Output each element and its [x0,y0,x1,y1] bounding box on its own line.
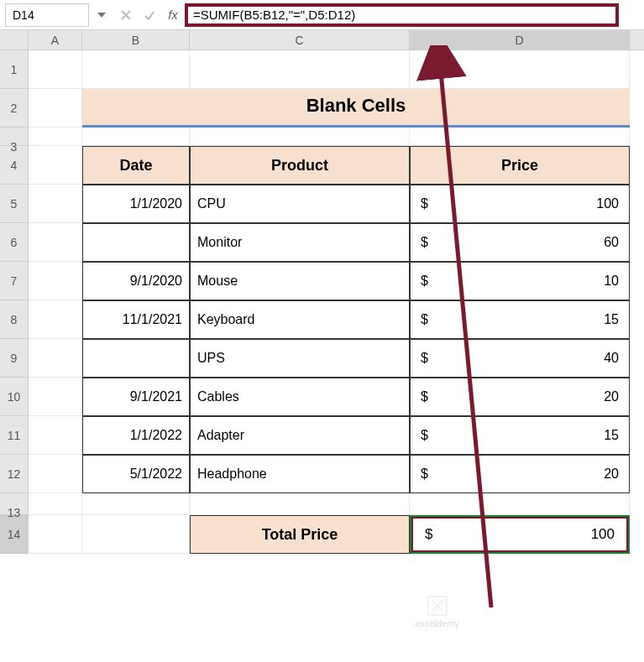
row-header-2[interactable]: 2 [0,89,29,128]
cell-product[interactable]: Headphone [190,455,410,493]
cell-product[interactable]: Adapter [190,416,410,455]
cell-date[interactable]: 1/1/2020 [82,185,190,223]
cell-product[interactable]: CPU [190,185,410,223]
cell-product[interactable]: Keyboard [190,300,410,339]
cell-price[interactable]: $15 [410,300,630,339]
header-price: Price [410,146,630,185]
cell-date[interactable] [82,223,190,262]
cell-price[interactable]: $15 [410,416,630,455]
cell-price[interactable]: $40 [410,339,630,378]
row-header-4[interactable]: 4 [0,146,29,185]
cell-date[interactable]: 11/1/2021 [82,300,190,339]
row-header-10[interactable]: 10 [0,378,29,416]
cells-area[interactable]: Blank Cells Date Product Price 1/1/2020C… [29,50,644,554]
table-row: 11/1/2021Keyboard$15 [29,300,644,339]
cell-product[interactable]: Monitor [190,223,410,262]
header-product: Product [190,146,410,185]
name-box-dropdown-icon[interactable] [89,13,114,18]
cell-price[interactable]: $100 [410,185,630,223]
currency-symbol: $ [421,526,432,543]
cell-price[interactable]: $10 [410,262,630,300]
table-row: 1/1/2020CPU$100 [29,185,644,223]
enter-icon[interactable] [138,9,161,21]
watermark: exceldemy [415,595,459,628]
cell-date[interactable]: 9/1/2021 [82,378,190,416]
header-date: Date [82,146,190,185]
cancel-icon[interactable] [114,9,138,21]
col-header-a[interactable]: A [29,30,82,50]
cell-date[interactable]: 1/1/2022 [82,416,190,455]
row-header-1[interactable]: 1 [0,50,29,89]
name-box[interactable]: D14 [5,3,89,27]
row-header-7[interactable]: 7 [0,262,29,300]
col-header-d[interactable]: D [410,30,630,50]
fx-icon[interactable]: fx [161,8,185,22]
cell-product[interactable]: Mouse [190,262,410,300]
row-header-9[interactable]: 9 [0,339,29,378]
table-row: UPS$40 [29,339,644,378]
table-row: Monitor$60 [29,223,644,262]
table-row: 9/1/2021Cables$20 [29,378,644,416]
total-label: Total Price [190,515,410,554]
row-header-12[interactable]: 12 [0,455,29,493]
spreadsheet: A B C D 1 2 3 4 5 6 7 8 9 10 11 12 13 14… [0,30,644,554]
cell-price[interactable]: $60 [410,223,630,262]
total-price-cell[interactable]: $ 100 [410,515,630,554]
table-row: 1/1/2022Adapter$15 [29,416,644,455]
svg-rect-1 [428,597,447,615]
cell-product[interactable]: UPS [190,339,410,378]
col-header-c[interactable]: C [190,30,410,50]
row-header-14[interactable]: 14 [0,515,29,554]
cell-date[interactable]: 9/1/2020 [82,262,190,300]
row-header-5[interactable]: 5 [0,185,29,223]
row-header-13[interactable]: 13 [0,493,29,515]
column-headers: A B C D [0,30,644,50]
cell-price[interactable]: $20 [410,455,630,493]
row-headers: 1 2 3 4 5 6 7 8 9 10 11 12 13 14 [0,50,29,554]
row-header-11[interactable]: 11 [0,416,29,455]
row-header-3[interactable]: 3 [0,128,29,146]
formula-bar: D14 fx =SUMIF(B5:B12,"=",D5:D12) [0,0,644,30]
table-row: 5/1/2022Headphone$20 [29,455,644,493]
formula-input[interactable]: =SUMIF(B5:B12,"=",D5:D12) [185,3,619,27]
row-header-6[interactable]: 6 [0,223,29,262]
cell-product[interactable]: Cables [190,378,410,416]
total-value: 100 [591,526,618,543]
table-row: 9/1/2020Mouse$10 [29,262,644,300]
cell-date[interactable]: 5/1/2022 [82,455,190,493]
col-header-b[interactable]: B [82,30,190,50]
select-all-corner[interactable] [0,30,29,50]
row-header-8[interactable]: 8 [0,300,29,339]
cell-date[interactable] [82,339,190,378]
sheet-title: Blank Cells [82,89,630,128]
cell-price[interactable]: $20 [410,378,630,416]
